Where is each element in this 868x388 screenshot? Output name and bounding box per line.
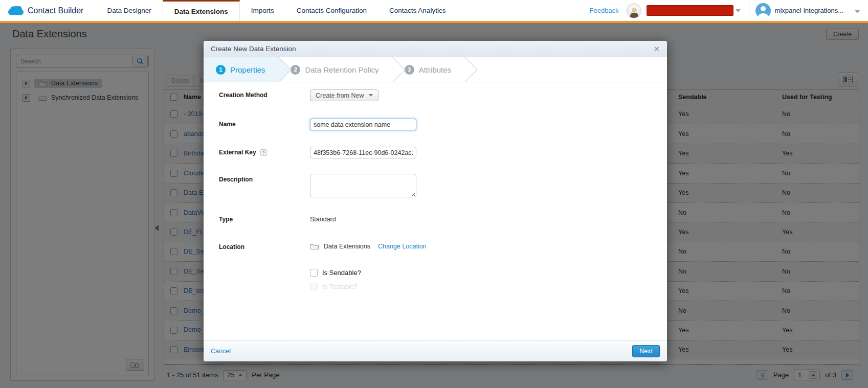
- chevron-down-icon: [369, 94, 373, 97]
- change-location-link[interactable]: Change Location: [378, 243, 427, 250]
- create-data-extension-modal: Create New Data Extension ✕ 1 Properties…: [204, 41, 667, 361]
- is-testable-label: Is Testable?: [322, 283, 358, 290]
- top-nav: Data Designer Data Extensions Imports Co…: [96, 0, 457, 21]
- step-data-retention-policy[interactable]: 2 Data Retention Policy: [278, 57, 392, 82]
- help-icon[interactable]: ?: [260, 149, 267, 156]
- business-unit-selector[interactable]: [647, 5, 733, 16]
- step-number: 1: [216, 65, 226, 75]
- creation-method-value: Create from New: [316, 92, 364, 99]
- creation-method-label: Creation Method: [219, 89, 310, 101]
- description-label: Description: [219, 174, 310, 197]
- step-label: Properties: [230, 65, 265, 74]
- external-key-label: External Key: [219, 149, 256, 158]
- einstein-avatar: [626, 3, 641, 18]
- step-label: Data Retention Policy: [305, 65, 379, 74]
- description-textarea[interactable]: [310, 174, 416, 197]
- modal-footer: Cancel Next: [204, 340, 667, 361]
- creation-method-dropdown[interactable]: Create from New: [310, 89, 379, 101]
- nav-item-contacts-analytics[interactable]: Contacts Analytics: [378, 0, 457, 21]
- wizard-steps: 1 Properties 2 Data Retention Policy 3 A…: [204, 57, 667, 82]
- close-icon[interactable]: ✕: [653, 45, 660, 53]
- name-input[interactable]: [310, 119, 416, 130]
- feedback-link[interactable]: Feedback: [590, 7, 619, 14]
- modal-title: Create New Data Extension: [211, 45, 296, 53]
- is-testable-checkbox: [310, 283, 318, 290]
- name-label: Name: [219, 119, 310, 130]
- location-label: Location: [219, 241, 310, 250]
- divider: [749, 0, 749, 21]
- app-header: Contact Builder Data Designer Data Exten…: [0, 0, 868, 23]
- step-number: 3: [405, 65, 414, 75]
- app-title: Contact Builder: [28, 6, 83, 15]
- nav-item-contacts-configuration[interactable]: Contacts Configuration: [285, 0, 378, 21]
- modal-titlebar: Create New Data Extension ✕: [204, 41, 667, 57]
- location-value: Data Extensions: [324, 243, 370, 250]
- modal-body: Creation Method Create from New Name Ext…: [204, 82, 667, 290]
- is-sendable-label: Is Sendable?: [322, 269, 361, 277]
- chevron-down-icon[interactable]: [736, 9, 741, 12]
- folder-icon: [310, 243, 319, 250]
- account-name[interactable]: mixpanel-integrations...: [775, 7, 843, 14]
- step-number: 2: [291, 65, 300, 75]
- type-value: Standard: [310, 214, 336, 223]
- nav-item-imports[interactable]: Imports: [240, 0, 285, 21]
- user-avatar-icon[interactable]: [755, 3, 771, 18]
- is-sendable-checkbox[interactable]: [310, 269, 318, 277]
- brand: Contact Builder: [0, 5, 96, 16]
- nav-item-data-extensions[interactable]: Data Extensions: [163, 0, 240, 21]
- nav-item-data-designer[interactable]: Data Designer: [96, 0, 162, 21]
- step-label: Attributes: [419, 65, 451, 74]
- step-properties[interactable]: 1 Properties: [204, 57, 278, 82]
- cancel-button[interactable]: Cancel: [211, 348, 231, 355]
- external-key-input[interactable]: [310, 147, 416, 158]
- type-label: Type: [219, 214, 310, 223]
- salesforce-cloud-logo-icon: [7, 5, 24, 16]
- next-button[interactable]: Next: [632, 345, 660, 357]
- chevron-down-icon[interactable]: [855, 10, 860, 13]
